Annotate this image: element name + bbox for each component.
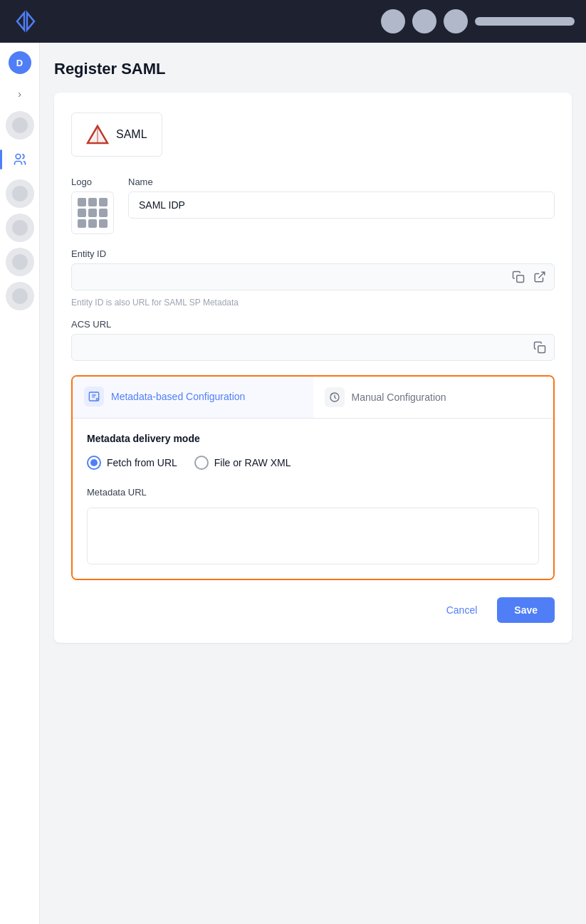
metadata-url-input[interactable] [87,508,539,565]
open-entity-id-button[interactable] [532,269,548,285]
name-group: Name [128,177,555,219]
logo-picker[interactable] [71,191,114,234]
radio-fetch-url-outer [87,456,101,470]
sidebar-item-circle6[interactable] [6,282,34,310]
metadata-url-group: Metadata URL [87,487,539,565]
tab-metadata-config-label: Metadata-based Configuration [111,391,245,402]
entity-id-help: Entity ID is also URL for SAML SP Metada… [71,298,555,308]
metadata-url-label: Metadata URL [87,487,539,498]
topbar-avatar-3 [444,9,468,33]
svg-rect-8 [538,346,545,353]
config-tabs: Metadata-based Configuration Manual Conf… [73,377,553,419]
name-input[interactable] [128,191,555,219]
sidebar-item-circle3[interactable] [6,179,34,208]
acs-url-input[interactable] [71,334,555,361]
radio-group: Fetch from URL File or RAW XML [87,456,539,470]
tab-manual-config[interactable]: Manual Configuration [313,377,554,418]
logo-group: Logo [71,177,114,234]
logo-dot-8 [88,219,97,228]
config-panel: Metadata-based Configuration Manual Conf… [71,375,555,580]
saml-logo-icon [86,123,109,146]
radio-fetch-url[interactable]: Fetch from URL [87,456,177,470]
logo-name-row: Logo Name [71,177,555,234]
logo-dot-6 [99,209,108,217]
topbar [0,0,586,43]
metadata-tab-icon [84,387,104,406]
topbar-avatar-1 [381,9,405,33]
topbar-avatar-2 [412,9,436,33]
entity-id-group: Entity ID [71,248,555,308]
name-label: Name [128,177,555,187]
svg-marker-0 [17,13,24,30]
radio-file-raw-xml-label: File or RAW XML [214,457,291,468]
svg-line-7 [539,272,545,278]
topbar-bar [475,17,575,26]
copy-entity-id-button[interactable] [511,269,526,285]
radio-file-raw-xml[interactable]: File or RAW XML [194,456,291,470]
tab-manual-config-label: Manual Configuration [352,392,446,403]
entity-id-wrapper [71,263,555,290]
provider-name: SAML [116,128,147,141]
svg-point-2 [16,154,21,159]
sidebar-item-circle1[interactable] [6,111,34,140]
sidebar-item-circle5[interactable] [6,248,34,276]
svg-marker-1 [27,13,34,30]
user-avatar[interactable]: D [9,51,31,74]
cancel-button[interactable]: Cancel [435,597,489,623]
manual-tab-icon [325,387,345,407]
register-saml-card: SAML Logo [54,93,572,643]
tab-metadata-config[interactable]: Metadata-based Configuration [73,377,313,418]
main-layout: D › Register SAML [0,43,586,924]
acs-url-wrapper [71,334,555,361]
entity-id-label: Entity ID [71,248,555,259]
acs-url-group: ACS URL [71,319,555,361]
acs-url-actions [532,340,548,355]
logo-dot-4 [78,209,86,217]
logo-dot-3 [99,198,108,206]
svg-rect-6 [517,275,524,283]
copy-acs-url-button[interactable] [532,340,548,355]
save-button[interactable]: Save [497,597,555,623]
entity-id-input[interactable] [71,263,555,290]
logo-dot-1 [78,198,86,206]
logo-dot-2 [88,198,97,206]
topbar-avatars [381,9,575,33]
logo-dot-5 [88,209,97,217]
logo-dot-9 [99,219,108,228]
radio-fetch-url-inner [90,459,98,466]
sidebar-item-circle4[interactable] [6,214,34,242]
content-area: Register SAML SAML Logo [40,43,586,924]
radio-file-raw-xml-outer [194,456,209,470]
entity-id-actions [511,269,548,285]
form-footer: Cancel Save [71,597,555,623]
sidebar: D › [0,43,40,924]
logo-dot-7 [78,219,86,228]
app-logo [11,7,40,36]
sidebar-toggle[interactable]: › [9,83,31,105]
delivery-mode-label: Metadata delivery mode [87,433,539,444]
config-content: Metadata delivery mode Fetch from URL Fi… [73,419,553,579]
acs-url-label: ACS URL [71,319,555,330]
page-title: Register SAML [54,60,572,78]
provider-box: SAML [71,112,162,157]
sidebar-item-users[interactable] [6,145,34,174]
logo-label: Logo [71,177,114,187]
radio-fetch-url-label: Fetch from URL [107,457,177,468]
